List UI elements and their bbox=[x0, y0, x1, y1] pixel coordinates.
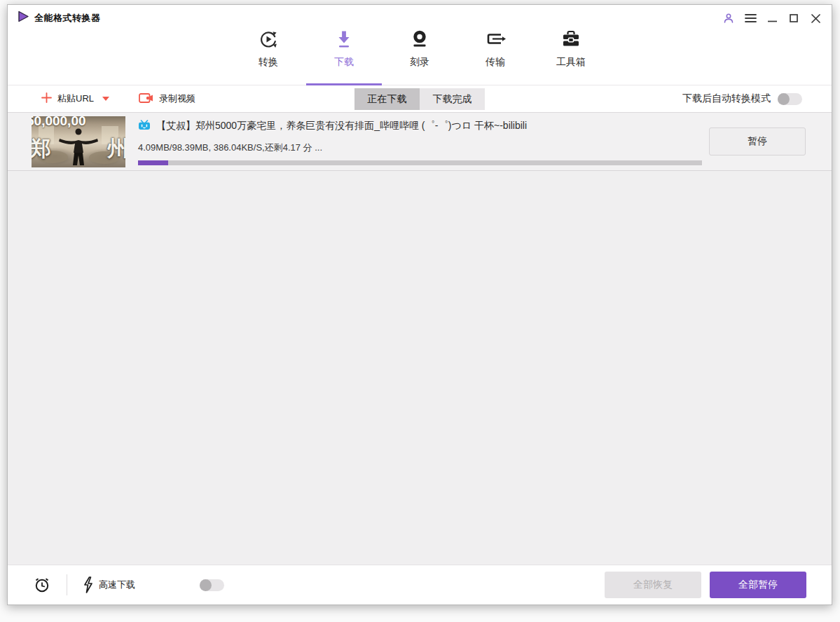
progress-fill bbox=[138, 160, 168, 165]
record-video-label: 录制视频 bbox=[159, 92, 195, 105]
schedule-clock-icon[interactable] bbox=[33, 576, 51, 594]
footer-divider bbox=[67, 574, 67, 595]
transfer-icon bbox=[484, 29, 507, 50]
download-item-main: 【艾叔】郑州5000万豪宅里，养条巨贵有没有排面_哔哩哔哩 (゜-゜)つロ 干杯… bbox=[138, 118, 702, 165]
chevron-down-icon[interactable] bbox=[102, 97, 109, 101]
main-nav: 转换 下载 bbox=[8, 25, 832, 85]
tab-downloading[interactable]: 正在下载 bbox=[354, 88, 420, 110]
download-icon bbox=[333, 29, 354, 50]
menu-icon[interactable] bbox=[744, 12, 757, 25]
maximize-icon[interactable] bbox=[787, 12, 800, 25]
tab-toolbox-label: 工具箱 bbox=[556, 56, 586, 69]
tab-download[interactable]: 下载 bbox=[306, 25, 382, 85]
tab-transfer-label: 传输 bbox=[486, 56, 505, 69]
account-icon[interactable] bbox=[722, 12, 735, 25]
video-thumbnail: 50,000,00 郑 州 bbox=[32, 116, 125, 167]
toolbar-right: 下载后自动转换模式 bbox=[682, 92, 802, 105]
convert-icon bbox=[258, 29, 279, 50]
app-logo-play-icon bbox=[18, 11, 29, 25]
plus-icon bbox=[41, 92, 52, 105]
record-video-button[interactable]: 录制视频 bbox=[139, 92, 195, 106]
high-speed-toggle[interactable] bbox=[200, 579, 224, 591]
footer-left: 高速下载 bbox=[33, 574, 224, 595]
auto-convert-label: 下载后自动转换模式 bbox=[682, 92, 771, 105]
resume-all-button[interactable]: 全部恢复 bbox=[605, 572, 701, 598]
tab-download-finished[interactable]: 下载完成 bbox=[420, 88, 485, 110]
high-speed-toggle-knob bbox=[200, 579, 212, 591]
tab-download-label: 下载 bbox=[334, 56, 354, 69]
auto-convert-toggle-knob bbox=[778, 93, 790, 105]
lightning-icon bbox=[83, 576, 93, 593]
item-title-row: 【艾叔】郑州5000万豪宅里，养条巨贵有没有排面_哔哩哔哩 (゜-゜)つロ 干杯… bbox=[138, 120, 702, 133]
high-speed-label: 高速下载 bbox=[99, 579, 135, 591]
footer-bar: 高速下载 全部恢复 全部暂停 bbox=[8, 565, 832, 604]
download-item-row[interactable]: 50,000,00 郑 州 bbox=[8, 113, 832, 171]
toolbar-left: 粘贴URL 录制视频 bbox=[41, 92, 195, 106]
app-window: 全能格式转换器 bbox=[7, 4, 832, 605]
toolbox-icon bbox=[560, 29, 581, 50]
tab-burn-label: 刻录 bbox=[410, 56, 429, 69]
tab-convert[interactable]: 转换 bbox=[230, 25, 306, 85]
auto-convert-toggle[interactable] bbox=[778, 93, 802, 105]
tab-toolbox[interactable]: 工具箱 bbox=[533, 25, 609, 85]
minimize-icon[interactable] bbox=[766, 12, 778, 25]
close-icon[interactable] bbox=[809, 12, 822, 25]
burn-icon bbox=[409, 29, 430, 50]
thumbnail-caption: 50,000,00 bbox=[32, 116, 125, 129]
progress-bar bbox=[138, 160, 702, 165]
window-controls bbox=[722, 12, 822, 25]
paste-url-label: 粘贴URL bbox=[57, 92, 94, 105]
pause-button[interactable]: 暂停 bbox=[709, 127, 806, 156]
record-camera-icon bbox=[139, 92, 153, 106]
app-identity: 全能格式转换器 bbox=[18, 11, 101, 25]
thumbnail-char-left: 郑 bbox=[32, 134, 51, 163]
pause-all-button[interactable]: 全部暂停 bbox=[710, 572, 806, 598]
header: 全能格式转换器 bbox=[8, 5, 832, 85]
download-toolbar: 粘贴URL 录制视频 正在下载 下载完成 下载后自动转换模式 bbox=[8, 85, 832, 113]
bilibili-icon bbox=[138, 120, 151, 133]
download-state-tabs: 正在下载 下载完成 bbox=[354, 88, 485, 110]
paste-url-button[interactable]: 粘贴URL bbox=[41, 92, 109, 105]
tab-transfer[interactable]: 传输 bbox=[457, 25, 533, 85]
tab-burn[interactable]: 刻录 bbox=[382, 25, 457, 85]
download-stats: 4.09MB/98.39MB, 386.04KB/S,还剩4.17 分 ... bbox=[138, 141, 702, 154]
video-title: 【艾叔】郑州5000万豪宅里，养条巨贵有没有排面_哔哩哔哩 (゜-゜)つロ 干杯… bbox=[156, 120, 527, 132]
app-title: 全能格式转换器 bbox=[34, 12, 101, 25]
thumbnail-char-right: 州 bbox=[107, 134, 125, 163]
tab-convert-label: 转换 bbox=[259, 56, 278, 69]
desktop: 全能格式转换器 bbox=[0, 0, 840, 622]
download-list-area bbox=[8, 171, 832, 565]
